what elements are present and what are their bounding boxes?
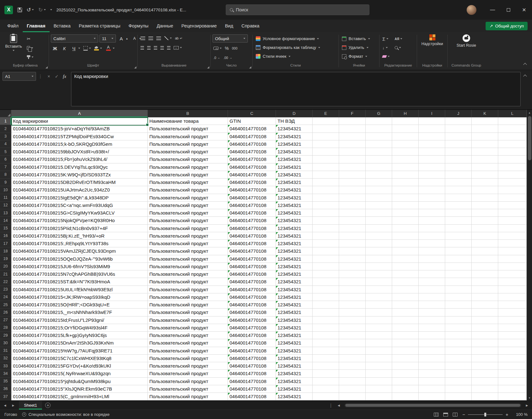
cell-gtin[interactable]: 04640014770108: [228, 309, 276, 316]
cell[interactable]: [472, 355, 498, 362]
cell[interactable]: [366, 278, 392, 286]
cell[interactable]: [366, 140, 392, 148]
cell[interactable]: [313, 117, 339, 125]
cell[interactable]: [472, 133, 498, 140]
cell-tnved[interactable]: 123454321: [276, 209, 313, 217]
conditional-formatting-button[interactable]: Условное форматирование: [254, 34, 321, 43]
cell[interactable]: [339, 202, 366, 209]
cell-gtin[interactable]: 04640014770108: [228, 247, 276, 255]
cell-product[interactable]: Пользовательский продукт: [148, 370, 228, 377]
cell[interactable]: [498, 370, 527, 377]
grow-font-button[interactable]: А▲: [117, 35, 129, 42]
cell-code[interactable]: 0104640014770108215PIid;N1cBn0v937+4F: [11, 225, 148, 232]
cell[interactable]: [445, 240, 472, 247]
cell-code[interactable]: 0104640014770108215DB2DRvErOT/M93caHM: [11, 179, 148, 186]
cell[interactable]: [419, 225, 445, 232]
cell[interactable]: [339, 225, 366, 232]
cell[interactable]: [339, 140, 366, 148]
cell[interactable]: [472, 156, 498, 163]
cell[interactable]: [472, 270, 498, 278]
cell[interactable]: [445, 370, 472, 377]
hscroll-right-button[interactable]: ▶: [524, 404, 529, 407]
accessibility-status[interactable]: Специальные возможности: все в порядке: [22, 412, 110, 417]
cell[interactable]: [392, 117, 419, 125]
cell[interactable]: [339, 232, 366, 240]
cell[interactable]: [498, 163, 527, 171]
cell-tnved[interactable]: 123454321: [276, 270, 313, 278]
row-header-10[interactable]: 10: [0, 186, 11, 194]
cell[interactable]: [498, 156, 527, 163]
cell-code[interactable]: 0104640014770108215OQeDJQZeA-'"93vW6b: [11, 255, 148, 263]
fill-button[interactable]: ↓: [381, 44, 391, 51]
row-header-4[interactable]: 4: [0, 140, 11, 148]
cell[interactable]: [419, 385, 445, 393]
fill-color-button[interactable]: [93, 44, 103, 52]
font-size-select[interactable]: 11: [99, 34, 116, 43]
cell-gtin[interactable]: 04640014770108: [228, 255, 276, 263]
cell[interactable]: [472, 232, 498, 240]
cell[interactable]: [419, 309, 445, 316]
cell[interactable]: [366, 362, 392, 370]
row-header-2[interactable]: 2: [0, 125, 11, 133]
cell[interactable]: [392, 378, 419, 385]
row-header-18[interactable]: 18: [0, 247, 11, 255]
cell[interactable]: [392, 355, 419, 362]
cell-gtin[interactable]: 04640014770108: [228, 125, 276, 133]
cell-gtin[interactable]: 04640014770108: [228, 316, 276, 324]
cell[interactable]: [366, 332, 392, 339]
zoom-in-button[interactable]: +: [505, 412, 508, 417]
row-header-17[interactable]: 17: [0, 240, 11, 247]
cell[interactable]: [419, 217, 445, 224]
cell-code[interactable]: 0104640014770108215K:W9Q<jfD/SD933TZx: [11, 171, 148, 179]
cell[interactable]: [313, 370, 339, 377]
cell[interactable]: [339, 293, 366, 301]
column-header-F[interactable]: F: [339, 110, 366, 117]
cell[interactable]: [366, 125, 392, 133]
cell[interactable]: [313, 278, 339, 286]
cell[interactable]: [339, 270, 366, 278]
cell-code[interactable]: 0104640014770108215NjokQPVpe=KQ93R0Ho: [11, 217, 148, 224]
cell[interactable]: [339, 309, 366, 316]
cell-code[interactable]: 0104640014770108215TZPMqlDoiPEs934GCw: [11, 133, 148, 140]
cell[interactable]: [419, 347, 445, 355]
cell[interactable]: [313, 202, 339, 209]
cell[interactable]: [498, 186, 527, 194]
row-header-37[interactable]: 37: [0, 393, 11, 400]
cell[interactable]: [419, 370, 445, 377]
cell[interactable]: [472, 332, 498, 339]
bold-button[interactable]: Ж: [51, 44, 59, 52]
cell[interactable]: [339, 301, 366, 309]
cell[interactable]: [445, 316, 472, 324]
wrap-text-button[interactable]: ab↵: [174, 34, 183, 42]
cell[interactable]: [339, 247, 366, 255]
row-header-14[interactable]: 14: [0, 217, 11, 224]
cell-header-tnved[interactable]: ТН ВЭД: [276, 117, 313, 125]
search-input[interactable]: Поиск: [226, 4, 369, 15]
cell[interactable]: [392, 171, 419, 179]
cell-tnved[interactable]: 123454321: [276, 362, 313, 370]
cell[interactable]: [445, 232, 472, 240]
tab-Рецензирование[interactable]: Рецензирование: [177, 20, 221, 32]
cell[interactable]: [498, 225, 527, 232]
cell[interactable]: [366, 171, 392, 179]
cell[interactable]: [472, 247, 498, 255]
row-header-32[interactable]: 32: [0, 355, 11, 362]
cell[interactable]: [366, 255, 392, 263]
cell[interactable]: [445, 209, 472, 217]
number-format-select[interactable]: Общий: [212, 34, 248, 43]
cell-tnved[interactable]: 123454321: [276, 217, 313, 224]
cell-header-gtin[interactable]: GTIN: [228, 117, 276, 125]
cell[interactable]: [313, 217, 339, 224]
cell[interactable]: [419, 324, 445, 332]
cell[interactable]: [392, 324, 419, 332]
cell[interactable]: [392, 393, 419, 400]
cell[interactable]: [313, 194, 339, 202]
cell[interactable]: [392, 263, 419, 270]
cell-gtin[interactable]: 04640014770108: [228, 163, 276, 171]
column-header-B[interactable]: B: [148, 110, 228, 117]
cell[interactable]: [313, 148, 339, 156]
accounting-format-button[interactable]: [212, 44, 223, 52]
cell-product[interactable]: Пользовательский продукт: [148, 316, 228, 324]
cell[interactable]: [339, 362, 366, 370]
cell-code[interactable]: 0104640014770108215*jqhtdu&QumM938kpu: [11, 378, 148, 385]
